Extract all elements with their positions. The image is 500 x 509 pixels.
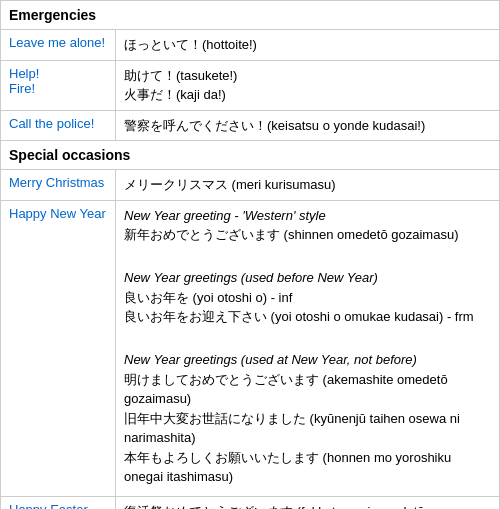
table-row: Help! Fire! 助けて！(tasukete!) 火事だ！(kaji da…	[1, 60, 500, 110]
phrase-link[interactable]: Leave me alone!	[9, 35, 105, 50]
phrase-link[interactable]: Merry Christmas	[9, 175, 104, 190]
section-header-emergencies: Emergencies	[1, 1, 500, 30]
phrase-call-police[interactable]: Call the police!	[1, 110, 116, 141]
translation-happy-easter: 復活祭おめでとうございます (fukkatsu-sai omedetō goza…	[116, 496, 500, 509]
phrase-link[interactable]: Call the police!	[9, 116, 94, 131]
note-before-new-year: New Year greetings (used before New Year…	[124, 268, 491, 327]
main-table: Emergencies Leave me alone! ほっといて！(hotto…	[0, 0, 500, 509]
phrase-link-fire[interactable]: Fire!	[9, 81, 35, 96]
phrase-happy-easter[interactable]: Happy Easter	[1, 496, 116, 509]
phrase-link-help[interactable]: Help!	[9, 66, 39, 81]
special-occasions-header: Special occasions	[1, 141, 500, 170]
section-header-special: Special occasions	[1, 141, 500, 170]
note-western-style: New Year greeting - 'Western' style 新年おめ…	[124, 206, 491, 245]
phrase-help-fire[interactable]: Help! Fire!	[1, 60, 116, 110]
translation-help-fire: 助けて！(tasukete!) 火事だ！(kaji da!)	[116, 60, 500, 110]
emergencies-header: Emergencies	[1, 1, 500, 30]
translation-happy-new-year: New Year greeting - 'Western' style 新年おめ…	[116, 200, 500, 496]
table-row: Merry Christmas メリークリスマス (meri kurisumas…	[1, 170, 500, 201]
phrase-happy-new-year[interactable]: Happy New Year	[1, 200, 116, 496]
translation-merry-christmas: メリークリスマス (meri kurisumasu)	[116, 170, 500, 201]
table-row: Leave me alone! ほっといて！(hottoite!)	[1, 30, 500, 61]
phrase-link[interactable]: Happy New Year	[9, 206, 106, 221]
phrase-merry-christmas[interactable]: Merry Christmas	[1, 170, 116, 201]
table-row: Happy New Year New Year greeting - 'West…	[1, 200, 500, 496]
note-at-new-year: New Year greetings (used at New Year, no…	[124, 350, 491, 487]
table-row: Call the police! 警察を呼んでください！(keisatsu o …	[1, 110, 500, 141]
translation-call-police: 警察を呼んでください！(keisatsu o yonde kudasai!)	[116, 110, 500, 141]
table-row: Happy Easter 復活祭おめでとうございます (fukkatsu-sai…	[1, 496, 500, 509]
phrase-leave-me-alone[interactable]: Leave me alone!	[1, 30, 116, 61]
phrase-link[interactable]: Happy Easter	[9, 502, 88, 510]
translation-leave-me-alone: ほっといて！(hottoite!)	[116, 30, 500, 61]
